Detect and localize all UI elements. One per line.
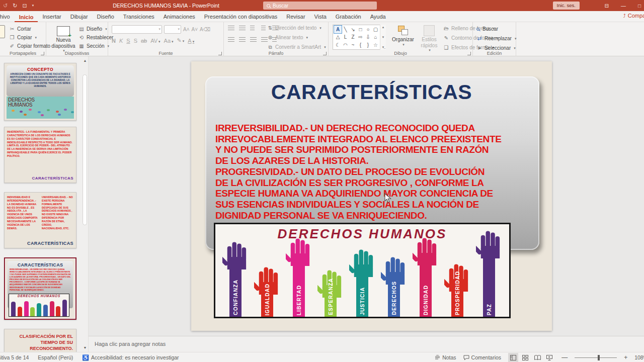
comments-toggle-button[interactable]: Comentarios (463, 354, 502, 360)
bullets-button[interactable] (228, 26, 234, 31)
shape-triangle-icon[interactable]: △ (334, 33, 342, 41)
slide-thumbnail-indivisibilidad[interactable]: INDIVISIBILIDAD E INTERDEPENDENCIA .- LA… (4, 192, 76, 248)
tab-dise-o[interactable]: Diseño (93, 12, 119, 22)
maximize-icon[interactable]: □ (638, 3, 641, 9)
shape-arrow-icon[interactable]: ↘ (349, 26, 357, 33)
font-size-combobox[interactable] (164, 25, 181, 34)
strikethrough-button[interactable]: ab (141, 38, 147, 44)
slide-number-indicator[interactable]: Diapositiva 5 de 14 (0, 354, 29, 360)
tab-presentaci-n-con-diapositivas[interactable]: Presentación con diapositivas (200, 12, 282, 22)
bold-button[interactable]: N (112, 38, 116, 44)
increase-font-size-button[interactable]: A˄ (183, 27, 190, 32)
quick-styles-button[interactable]: Estilos rápidos▾ (416, 23, 442, 52)
align-text-button[interactable]: ⊜ Alinear texto▾ (267, 33, 326, 42)
paragraph-dialog-launcher-icon[interactable] (323, 52, 327, 55)
replace-button[interactable]: ⇄ Reemplazar▾ (476, 34, 516, 43)
shape-line-icon[interactable]: ╲ (342, 26, 349, 33)
tab-transiciones[interactable]: Transiciones (119, 12, 159, 22)
scroll-up-icon[interactable]: ▲ (82, 57, 89, 64)
tab-archivo[interactable]: Archivo (0, 12, 15, 22)
shape-arc-icon[interactable]: ◠ (342, 41, 349, 49)
zoom-slider[interactable] (575, 357, 617, 358)
tab-insertar[interactable]: Insertar (38, 12, 65, 22)
tab-vista[interactable]: Vista (310, 12, 331, 22)
shape-curve-icon[interactable]: ~ (349, 41, 357, 49)
font-name-combobox[interactable] (112, 25, 162, 34)
shape-rectangle-icon[interactable]: □ (357, 26, 364, 33)
clipboard-dialog-launcher-icon[interactable] (41, 52, 44, 55)
scroll-down-icon[interactable]: ▼ (82, 344, 89, 351)
notes-toggle-button[interactable]: Notas (435, 354, 456, 360)
tab-animaciones[interactable]: Animaciones (159, 12, 200, 22)
tab-ayuda[interactable]: Ayuda (366, 12, 390, 22)
normal-view-button[interactable] (508, 353, 518, 362)
shape-right-arrow-icon[interactable]: ⇨ (357, 33, 364, 41)
hands-image[interactable]: DERECHOS HUMANOS CONFIANZA IGUALDAD LIBE… (214, 223, 511, 318)
convert-smartart-button[interactable]: ⧉ Convertir a SmartArt▾ (267, 43, 326, 51)
language-indicator[interactable]: Español (Perú) (38, 354, 73, 360)
notes-placeholder[interactable]: Haga clic para agregar notas (95, 341, 166, 347)
align-center-button[interactable] (239, 37, 246, 43)
thumbnail-panel-scrollbar[interactable]: ▲ ▼ (82, 56, 89, 352)
slideshow-view-button[interactable] (544, 353, 554, 362)
accessibility-checker[interactable]: ♿ Accesibilidad: es necesario investigar (82, 354, 179, 361)
slide-sorter-view-button[interactable] (520, 353, 530, 362)
zoom-out-button[interactable]: — (561, 354, 568, 361)
tab-inicio[interactable]: Inicio (15, 12, 38, 23)
font-color-button[interactable]: A▾ (188, 38, 194, 44)
redo-icon[interactable]: ↻ (13, 3, 17, 9)
shapes-scroll-down-icon[interactable]: ▼ (382, 36, 385, 39)
paste-button[interactable] (0, 25, 5, 38)
change-case-button[interactable]: Aa▾ (164, 38, 174, 44)
tab-grabaci-n[interactable]: Grabación (331, 12, 366, 22)
shape-right-brace-icon[interactable]: } (364, 41, 372, 49)
zoom-in-button[interactable]: + (624, 354, 627, 361)
shape-elbow-connector-icon[interactable]: L (342, 33, 349, 41)
text-direction-button[interactable]: ⇅ Dirección del texto▾ (267, 24, 326, 32)
search-box[interactable]: Buscar (263, 2, 377, 10)
slide-title[interactable]: CARACTERÍSTICAS (191, 80, 552, 104)
align-right-button[interactable] (250, 37, 257, 43)
notes-pane[interactable]: Haga clic para agregar notas (89, 336, 644, 352)
reading-view-button[interactable] (532, 353, 542, 362)
align-left-button[interactable] (228, 37, 234, 43)
numbering-button[interactable] (239, 26, 246, 31)
underline-button[interactable]: S (126, 38, 130, 44)
font-dialog-launcher-icon[interactable] (218, 52, 222, 55)
clear-formatting-button[interactable]: A⌫ (200, 27, 210, 32)
shape-pentagon-icon[interactable]: ⌂ (372, 33, 379, 41)
shape-text-box-icon[interactable]: A (334, 26, 342, 33)
italic-button[interactable]: K (119, 38, 123, 44)
tab-dibujar[interactable]: Dibujar (66, 12, 93, 22)
shapes-scroll-up-icon[interactable]: ▲ (382, 26, 385, 29)
shape-rounded-rectangle-icon[interactable]: ▢ (372, 26, 379, 33)
slide-thumbnail-inherentes[interactable]: INHERENTES.- LA FUNDAMENTAL Y PRIMERA CA… (4, 127, 76, 183)
decrease-indent-button[interactable] (250, 26, 257, 31)
undo-icon[interactable]: ↺ (3, 3, 8, 9)
shape-left-brace-icon[interactable]: { (357, 41, 364, 49)
highlight-color-button[interactable]: ✎▾ (177, 37, 185, 44)
customize-qat-icon[interactable]: ▾ (32, 4, 34, 8)
slide-body-text[interactable]: IRREVERSIBILIDAD.- UN DERECHO RECONOCIDO… (215, 123, 541, 221)
slide-thumbnail-caracteristicas-selected[interactable]: CARACTERÍSTICAS IRREVERSIBILIDAD.- UN DE… (4, 257, 76, 320)
scrollbar-thumb[interactable] (83, 74, 87, 225)
slide-thumbnail-concepto[interactable]: CONCEPTO APARECEN COMO UN CONJUNTO DE FA… (4, 63, 76, 121)
arrange-button[interactable]: Organizar▾ (390, 23, 416, 47)
zoom-percentage[interactable]: 108% (634, 354, 644, 360)
format-painter-button[interactable]: ✐ Copiar formato (9, 42, 50, 50)
start-slideshow-icon[interactable]: ⊡ (22, 3, 27, 9)
tab-revisar[interactable]: Revisar (282, 12, 309, 22)
sign-in-button[interactable]: Inic. ses. (553, 2, 580, 10)
shape-down-arrow-icon[interactable]: ⇩ (364, 33, 372, 41)
shapes-gallery-scrollbar[interactable]: ▲ ▼ ▼̲ (380, 25, 386, 50)
shape-star-icon[interactable]: ☆ (372, 41, 379, 49)
minimize-icon[interactable]: — (621, 3, 626, 9)
drawing-dialog-launcher-icon[interactable] (467, 52, 471, 55)
zoom-slider-thumb[interactable] (598, 355, 600, 360)
copy-button[interactable]: ❐ Copiar▾ (9, 33, 50, 42)
shape-moon-icon[interactable]: ☾ (334, 41, 342, 49)
new-slide-button[interactable]: Nueva diapositiva▾ (49, 24, 77, 53)
share-button[interactable]: ⤴ Compartir (623, 13, 644, 19)
text-shadow-button[interactable]: S (134, 38, 137, 44)
decrease-font-size-button[interactable]: A˅ (192, 27, 198, 32)
